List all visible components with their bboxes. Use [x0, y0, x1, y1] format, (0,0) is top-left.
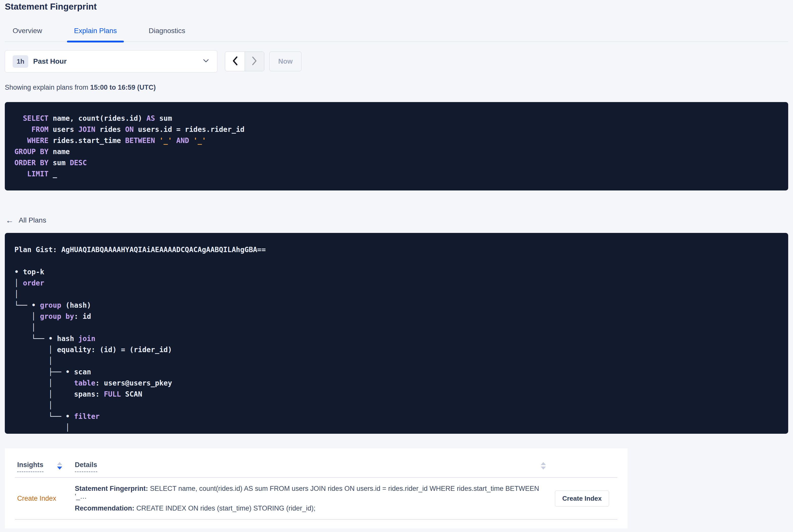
sort-caret-down-icon	[541, 467, 546, 470]
column-header-details[interactable]: Details	[75, 461, 549, 472]
insights-table-header: Insights Details	[15, 449, 617, 478]
tab-bar: Overview Explain Plans Diagnostics	[5, 27, 788, 42]
insights-table: Insights Details Create Index Statement …	[5, 449, 627, 529]
showing-range: 15:00 to 16:59 (UTC)	[90, 83, 156, 91]
time-range-label: Past Hour	[33, 57, 203, 65]
details-header-label[interactable]: Details	[75, 461, 97, 472]
plan-tree: • top-k│ order│└── • group (hash) │ grou…	[14, 266, 779, 433]
plan-gist: Plan Gist: AgHUAQIABQAAAAHYAQIAiAEAAAADC…	[14, 244, 779, 255]
next-time-button[interactable]	[245, 52, 264, 71]
time-range-badge: 1h	[13, 55, 28, 68]
showing-prefix: Showing explain plans from	[5, 83, 90, 91]
chevron-down-icon	[203, 58, 209, 64]
sql-code: SELECT name, count(rides.id) AS sum FROM…	[14, 113, 779, 179]
table-row: Create Index Statement Fingerprint:SELEC…	[15, 478, 617, 520]
time-range-select[interactable]: 1h Past Hour	[5, 50, 217, 73]
plan-panel: Plan Gist: AgHUAQIABQAAAAHYAQIAiAEAAAADC…	[5, 233, 788, 434]
tab-explain-plans[interactable]: Explain Plans	[67, 27, 124, 41]
create-index-button[interactable]: Create Index	[555, 491, 609, 507]
arrow-left-icon: ←	[5, 217, 14, 224]
all-plans-link[interactable]: ← All Plans	[5, 216, 46, 224]
sql-panel: SELECT name, count(rides.id) AS sum FROM…	[5, 102, 788, 190]
now-button[interactable]: Now	[269, 52, 301, 71]
tab-overview[interactable]: Overview	[5, 27, 49, 41]
details-fingerprint: Statement Fingerprint:SELECT name, count…	[75, 485, 544, 500]
tab-diagnostics[interactable]: Diagnostics	[141, 27, 192, 41]
chevron-left-icon	[232, 56, 238, 67]
all-plans-label: All Plans	[19, 216, 46, 224]
sort-caret-down-icon	[57, 467, 62, 470]
prev-time-button[interactable]	[225, 52, 245, 71]
details-fingerprint-label: Statement Fingerprint:	[75, 485, 148, 492]
insights-sort-control[interactable]	[57, 462, 62, 470]
sort-caret-up-icon	[57, 462, 62, 465]
insight-details-cell: Statement Fingerprint:SELECT name, count…	[75, 485, 549, 512]
time-nav-group	[225, 52, 264, 71]
sort-caret-up-icon	[541, 462, 546, 465]
details-sort-control[interactable]	[541, 462, 546, 470]
chevron-right-icon	[251, 56, 258, 67]
time-toolbar: 1h Past Hour Now	[5, 50, 788, 73]
insight-action-cell: Create Index	[549, 491, 615, 507]
page-title: Statement Fingerprint	[5, 0, 788, 12]
details-recommendation: Recommendation:CREATE INDEX ON rides (st…	[75, 505, 544, 512]
column-header-insights[interactable]: Insights	[17, 461, 75, 472]
insights-header-label[interactable]: Insights	[17, 461, 43, 472]
details-recommendation-text: CREATE INDEX ON rides (start_time) STORI…	[136, 505, 316, 512]
details-recommendation-label: Recommendation:	[75, 505, 134, 512]
insight-create-index-link[interactable]: Create Index	[17, 495, 75, 502]
showing-range-text: Showing explain plans from 15:00 to 16:5…	[5, 83, 788, 92]
